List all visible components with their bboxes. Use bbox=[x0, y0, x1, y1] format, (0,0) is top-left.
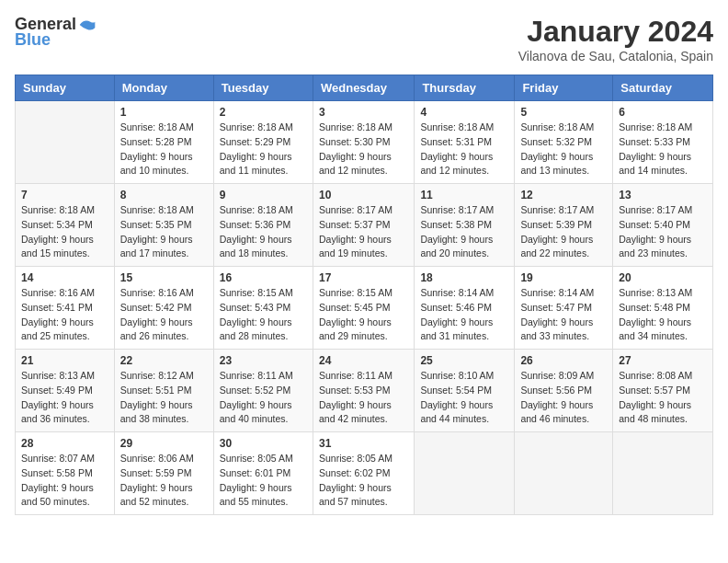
calendar-day-cell: 17Sunrise: 8:15 AMSunset: 5:45 PMDayligh… bbox=[313, 267, 414, 350]
day-info: Sunrise: 8:09 AMSunset: 5:56 PMDaylight:… bbox=[520, 369, 607, 427]
day-number: 26 bbox=[520, 354, 607, 367]
calendar-table: SundayMondayTuesdayWednesdayThursdayFrid… bbox=[15, 75, 713, 515]
calendar-day-cell: 27Sunrise: 8:08 AMSunset: 5:57 PMDayligh… bbox=[613, 350, 713, 432]
day-info: Sunrise: 8:18 AMSunset: 5:30 PMDaylight:… bbox=[319, 121, 408, 178]
calendar-week-row: 14Sunrise: 8:16 AMSunset: 5:41 PMDayligh… bbox=[16, 267, 713, 350]
calendar-day-cell: 28Sunrise: 8:07 AMSunset: 5:58 PMDayligh… bbox=[16, 432, 115, 515]
day-info: Sunrise: 8:15 AMSunset: 5:43 PMDaylight:… bbox=[220, 286, 307, 344]
day-number: 9 bbox=[220, 189, 307, 201]
day-number: 6 bbox=[619, 106, 707, 119]
day-info: Sunrise: 8:16 AMSunset: 5:42 PMDaylight:… bbox=[120, 286, 208, 344]
day-info: Sunrise: 8:06 AMSunset: 5:59 PMDaylight:… bbox=[120, 452, 208, 510]
calendar-day-cell: 10Sunrise: 8:17 AMSunset: 5:37 PMDayligh… bbox=[313, 184, 414, 267]
day-info: Sunrise: 8:17 AMSunset: 5:40 PMDaylight:… bbox=[619, 203, 707, 261]
day-info: Sunrise: 8:18 AMSunset: 5:34 PMDaylight:… bbox=[21, 203, 108, 261]
day-number: 20 bbox=[619, 271, 707, 284]
calendar-day-cell: 7Sunrise: 8:18 AMSunset: 5:34 PMDaylight… bbox=[16, 184, 115, 267]
calendar-day-cell: 3Sunrise: 8:18 AMSunset: 5:30 PMDaylight… bbox=[313, 101, 414, 184]
day-number: 29 bbox=[120, 437, 208, 450]
calendar-day-cell: 21Sunrise: 8:13 AMSunset: 5:49 PMDayligh… bbox=[16, 350, 115, 432]
day-number: 16 bbox=[220, 271, 307, 284]
day-number: 11 bbox=[420, 189, 508, 201]
calendar-day-cell: 19Sunrise: 8:14 AMSunset: 5:47 PMDayligh… bbox=[515, 267, 613, 350]
calendar-day-cell: 5Sunrise: 8:18 AMSunset: 5:32 PMDaylight… bbox=[515, 101, 613, 184]
weekday-header-row: SundayMondayTuesdayWednesdayThursdayFrid… bbox=[16, 75, 713, 101]
day-number: 7 bbox=[21, 189, 108, 201]
calendar-day-cell: 31Sunrise: 8:05 AMSunset: 6:02 PMDayligh… bbox=[313, 432, 414, 515]
day-info: Sunrise: 8:18 AMSunset: 5:31 PMDaylight:… bbox=[420, 121, 508, 178]
calendar-day-cell: 4Sunrise: 8:18 AMSunset: 5:31 PMDaylight… bbox=[415, 101, 515, 184]
title-area: January 2024 Vilanova de Sau, Catalonia,… bbox=[518, 15, 713, 63]
day-number: 28 bbox=[21, 437, 108, 450]
day-info: Sunrise: 8:17 AMSunset: 5:39 PMDaylight:… bbox=[520, 203, 607, 261]
location-title: Vilanova de Sau, Catalonia, Spain bbox=[518, 49, 713, 63]
logo: General Blue bbox=[15, 15, 97, 50]
calendar-week-row: 28Sunrise: 8:07 AMSunset: 5:58 PMDayligh… bbox=[16, 432, 713, 515]
day-number: 30 bbox=[220, 437, 307, 450]
header: General Blue January 2024 Vilanova de Sa… bbox=[15, 15, 713, 63]
calendar-day-cell: 18Sunrise: 8:14 AMSunset: 5:46 PMDayligh… bbox=[415, 267, 515, 350]
day-number: 4 bbox=[420, 106, 508, 119]
day-info: Sunrise: 8:14 AMSunset: 5:46 PMDaylight:… bbox=[420, 286, 508, 344]
day-number: 8 bbox=[120, 189, 208, 201]
day-info: Sunrise: 8:16 AMSunset: 5:41 PMDaylight:… bbox=[21, 286, 108, 344]
day-info: Sunrise: 8:17 AMSunset: 5:37 PMDaylight:… bbox=[319, 203, 408, 261]
day-info: Sunrise: 8:10 AMSunset: 5:54 PMDaylight:… bbox=[420, 369, 508, 427]
calendar-week-row: 21Sunrise: 8:13 AMSunset: 5:49 PMDayligh… bbox=[16, 350, 713, 432]
day-info: Sunrise: 8:11 AMSunset: 5:52 PMDaylight:… bbox=[220, 369, 307, 427]
calendar-day-cell: 25Sunrise: 8:10 AMSunset: 5:54 PMDayligh… bbox=[415, 350, 515, 432]
calendar-day-cell: 20Sunrise: 8:13 AMSunset: 5:48 PMDayligh… bbox=[613, 267, 713, 350]
day-number: 19 bbox=[520, 271, 607, 284]
day-number: 10 bbox=[319, 189, 408, 201]
day-number: 21 bbox=[21, 354, 108, 367]
day-info: Sunrise: 8:14 AMSunset: 5:47 PMDaylight:… bbox=[520, 286, 607, 344]
day-number: 15 bbox=[120, 271, 208, 284]
day-number: 24 bbox=[319, 354, 408, 367]
day-number: 14 bbox=[21, 271, 108, 284]
calendar-day-cell: 8Sunrise: 8:18 AMSunset: 5:35 PMDaylight… bbox=[114, 184, 213, 267]
day-info: Sunrise: 8:18 AMSunset: 5:33 PMDaylight:… bbox=[619, 121, 707, 178]
calendar-day-cell bbox=[613, 432, 713, 515]
calendar-day-cell: 9Sunrise: 8:18 AMSunset: 5:36 PMDaylight… bbox=[213, 184, 313, 267]
calendar-day-cell: 24Sunrise: 8:11 AMSunset: 5:53 PMDayligh… bbox=[313, 350, 414, 432]
logo-blue-text: Blue bbox=[15, 30, 51, 50]
calendar-day-cell: 2Sunrise: 8:18 AMSunset: 5:29 PMDaylight… bbox=[213, 101, 313, 184]
day-number: 23 bbox=[220, 354, 307, 367]
day-info: Sunrise: 8:12 AMSunset: 5:51 PMDaylight:… bbox=[120, 369, 208, 427]
calendar-day-cell: 22Sunrise: 8:12 AMSunset: 5:51 PMDayligh… bbox=[114, 350, 213, 432]
weekday-header-tuesday: Tuesday bbox=[213, 75, 313, 101]
day-number: 12 bbox=[520, 189, 607, 201]
month-title: January 2024 bbox=[518, 15, 713, 49]
calendar-day-cell: 29Sunrise: 8:06 AMSunset: 5:59 PMDayligh… bbox=[114, 432, 213, 515]
weekday-header-saturday: Saturday bbox=[613, 75, 713, 101]
day-info: Sunrise: 8:15 AMSunset: 5:45 PMDaylight:… bbox=[319, 286, 408, 344]
day-info: Sunrise: 8:18 AMSunset: 5:36 PMDaylight:… bbox=[220, 203, 307, 261]
logo-icon bbox=[78, 16, 97, 34]
calendar-day-cell: 30Sunrise: 8:05 AMSunset: 6:01 PMDayligh… bbox=[213, 432, 313, 515]
calendar-day-cell: 6Sunrise: 8:18 AMSunset: 5:33 PMDaylight… bbox=[613, 101, 713, 184]
weekday-header-thursday: Thursday bbox=[415, 75, 515, 101]
calendar-day-cell: 23Sunrise: 8:11 AMSunset: 5:52 PMDayligh… bbox=[213, 350, 313, 432]
calendar-day-cell: 15Sunrise: 8:16 AMSunset: 5:42 PMDayligh… bbox=[114, 267, 213, 350]
day-number: 17 bbox=[319, 271, 408, 284]
weekday-header-sunday: Sunday bbox=[16, 75, 115, 101]
day-number: 27 bbox=[619, 354, 707, 367]
weekday-header-wednesday: Wednesday bbox=[313, 75, 414, 101]
weekday-header-friday: Friday bbox=[515, 75, 613, 101]
calendar-week-row: 1Sunrise: 8:18 AMSunset: 5:28 PMDaylight… bbox=[16, 101, 713, 184]
calendar-day-cell bbox=[515, 432, 613, 515]
day-number: 18 bbox=[420, 271, 508, 284]
day-info: Sunrise: 8:18 AMSunset: 5:35 PMDaylight:… bbox=[120, 203, 208, 261]
day-info: Sunrise: 8:18 AMSunset: 5:29 PMDaylight:… bbox=[220, 121, 307, 178]
day-number: 5 bbox=[520, 106, 607, 119]
day-number: 31 bbox=[319, 437, 408, 450]
day-info: Sunrise: 8:11 AMSunset: 5:53 PMDaylight:… bbox=[319, 369, 408, 427]
day-info: Sunrise: 8:05 AMSunset: 6:01 PMDaylight:… bbox=[220, 452, 307, 510]
day-info: Sunrise: 8:07 AMSunset: 5:58 PMDaylight:… bbox=[21, 452, 108, 510]
day-number: 3 bbox=[319, 106, 408, 119]
day-info: Sunrise: 8:13 AMSunset: 5:48 PMDaylight:… bbox=[619, 286, 707, 344]
day-number: 2 bbox=[220, 106, 307, 119]
day-info: Sunrise: 8:13 AMSunset: 5:49 PMDaylight:… bbox=[21, 369, 108, 427]
calendar-week-row: 7Sunrise: 8:18 AMSunset: 5:34 PMDaylight… bbox=[16, 184, 713, 267]
calendar-day-cell: 14Sunrise: 8:16 AMSunset: 5:41 PMDayligh… bbox=[16, 267, 115, 350]
